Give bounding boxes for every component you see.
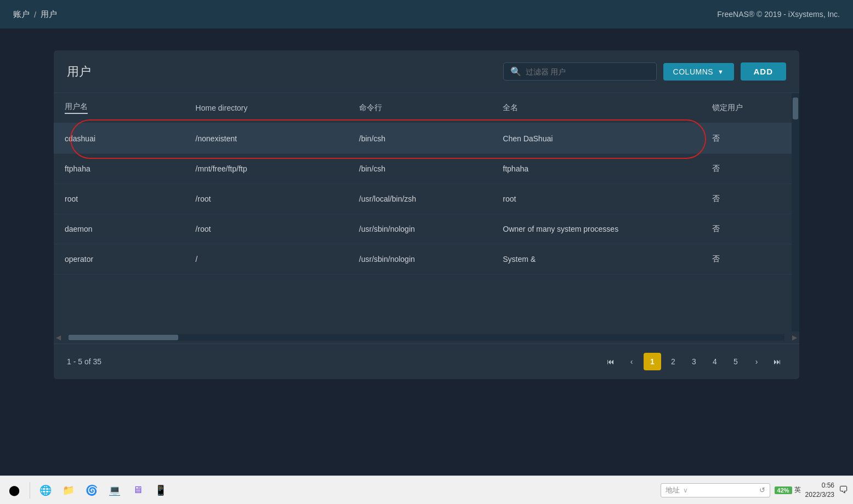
taskbar-clock: 0:56 2022/3/23 xyxy=(805,481,834,500)
col-header-locked: 锁定用户 xyxy=(701,93,799,123)
breadcrumb-part1: 账户 xyxy=(13,9,30,20)
breadcrumb-part2: 用户 xyxy=(41,9,57,20)
col-header-shell: 命令行 xyxy=(348,93,492,123)
cell-username: cdashuai xyxy=(54,123,185,154)
address-bar[interactable]: 地址 ∨ ↺ xyxy=(661,483,770,497)
cell-username: root xyxy=(54,184,185,214)
cell-fullname: root xyxy=(492,184,701,214)
header-controls: 🔍 COLUMNS ▼ ADD xyxy=(503,62,786,81)
page-last-button[interactable]: ⏭ xyxy=(769,353,786,370)
cell-homedir: /root xyxy=(185,184,348,214)
page-first-button[interactable]: ⏮ xyxy=(602,353,619,370)
taskbar-right: 地址 ∨ ↺ 42% 英 0:56 2022/3/23 🗨 xyxy=(661,481,849,500)
search-input[interactable] xyxy=(526,67,650,76)
taskbar-icon-edge[interactable]: 🌐 xyxy=(36,480,55,500)
add-button[interactable]: ADD xyxy=(741,62,787,81)
card-title: 用户 xyxy=(67,64,91,80)
table-header: 用户名 Home directory 命令行 全名 锁定用户 xyxy=(54,93,799,123)
table-row[interactable]: cdashuai/nonexistent/bin/cshChen DaShuai… xyxy=(54,123,799,154)
page-prev-button[interactable]: ‹ xyxy=(623,353,640,370)
breadcrumb: 账户 / 用户 xyxy=(13,9,57,20)
refresh-icon[interactable]: ↺ xyxy=(759,486,765,494)
cell-shell: /bin/csh xyxy=(348,154,492,184)
page-3-button[interactable]: 3 xyxy=(685,353,703,370)
cell-fullname: Owner of many system processes xyxy=(492,214,701,244)
cell-username: ftphaha xyxy=(54,154,185,184)
clock-date: 2022/3/23 xyxy=(805,490,834,500)
cell-username: daemon xyxy=(54,214,185,244)
cell-fullname: Chen DaShuai xyxy=(492,123,701,154)
pagination: 1 - 5 of 35 ⏮ ‹ 1 2 3 4 5 › ⏭ xyxy=(54,343,799,379)
start-orb[interactable]: ⬤ xyxy=(4,480,24,500)
page-5-button[interactable]: 5 xyxy=(727,353,744,370)
battery-area: 42% 英 xyxy=(775,485,801,495)
cell-homedir: / xyxy=(185,244,348,274)
taskbar-sep-1 xyxy=(30,482,30,499)
cell-locked: 否 xyxy=(701,154,799,184)
table-row[interactable]: operator//usr/sbin/nologinSystem &否 xyxy=(54,244,799,274)
vertical-scroll-thumb[interactable] xyxy=(793,98,798,119)
col-header-homedir: Home directory xyxy=(185,93,348,123)
col-header-username: 用户名 xyxy=(54,93,185,123)
taskbar-icon-tablet[interactable]: 📱 xyxy=(151,480,170,500)
cell-homedir: /mnt/free/ftp/ftp xyxy=(185,154,348,184)
search-icon: 🔍 xyxy=(510,66,521,77)
cell-homedir: /root xyxy=(185,214,348,244)
taskbar-icon-ide[interactable]: 🖥 xyxy=(128,480,147,500)
cell-locked: 否 xyxy=(701,214,799,244)
main-content: 用户 🔍 COLUMNS ▼ ADD 用户名 xyxy=(0,28,853,476)
table-row[interactable]: root/root/usr/local/bin/zshroot否 xyxy=(54,184,799,214)
search-box[interactable]: 🔍 xyxy=(503,62,657,81)
cell-locked: 否 xyxy=(701,184,799,214)
taskbar-icon-remote[interactable]: 💻 xyxy=(105,480,124,500)
address-label: 地址 xyxy=(666,485,680,495)
page-next-button[interactable]: › xyxy=(748,353,765,370)
app-title: FreeNAS® © 2019 - iXsystems, Inc. xyxy=(717,10,840,19)
cell-shell: /bin/csh xyxy=(348,123,492,154)
cell-locked: 否 xyxy=(701,123,799,154)
table-row[interactable]: ftphaha/mnt/free/ftp/ftp/bin/cshftphaha否 xyxy=(54,154,799,184)
pagination-controls: ⏮ ‹ 1 2 3 4 5 › ⏭ xyxy=(602,353,786,370)
taskbar-icon-explorer[interactable]: 📁 xyxy=(59,480,78,500)
cell-shell: /usr/sbin/nologin xyxy=(348,214,492,244)
clock-time: 0:56 xyxy=(805,481,834,490)
users-table: 用户名 Home directory 命令行 全名 锁定用户 cdashuai/… xyxy=(54,93,799,274)
card-header: 用户 🔍 COLUMNS ▼ ADD xyxy=(54,50,799,93)
cell-locked: 否 xyxy=(701,244,799,274)
taskbar-icon-pinwheel[interactable]: 🌀 xyxy=(82,480,101,500)
cell-shell: /usr/sbin/nologin xyxy=(348,244,492,274)
address-chevron[interactable]: ∨ xyxy=(683,486,688,494)
page-1-button[interactable]: 1 xyxy=(644,353,661,370)
table-body: cdashuai/nonexistent/bin/cshChen DaShuai… xyxy=(54,123,799,274)
page-2-button[interactable]: 2 xyxy=(664,353,682,370)
cell-shell: /usr/local/bin/zsh xyxy=(348,184,492,214)
table-container: 用户名 Home directory 命令行 全名 锁定用户 cdashuai/… xyxy=(54,93,799,331)
columns-button[interactable]: COLUMNS ▼ xyxy=(663,63,734,81)
table-row[interactable]: daemon/root/usr/sbin/nologinOwner of man… xyxy=(54,214,799,244)
pagination-info: 1 - 5 of 35 xyxy=(67,357,101,366)
cell-fullname: System & xyxy=(492,244,701,274)
cell-fullname: ftphaha xyxy=(492,154,701,184)
taskbar: ⬤ 🌐 📁 🌀 💻 🖥 📱 地址 ∨ ↺ 42% 英 0:56 2022/3/2… xyxy=(0,476,853,504)
notification-icon[interactable]: 🗨 xyxy=(839,484,849,496)
vertical-scrollbar[interactable] xyxy=(792,93,799,331)
chevron-down-icon: ▼ xyxy=(718,68,724,75)
columns-label: COLUMNS xyxy=(673,67,714,76)
horizontal-scrollbar-area: ◀ ▶ xyxy=(54,331,799,343)
lang-indicator: 英 xyxy=(794,485,801,495)
breadcrumb-separator: / xyxy=(34,10,36,19)
horizontal-scrollbar[interactable] xyxy=(69,334,784,341)
cell-username: operator xyxy=(54,244,185,274)
horizontal-scroll-thumb[interactable] xyxy=(69,335,178,340)
col-header-fullname: 全名 xyxy=(492,93,701,123)
users-card: 用户 🔍 COLUMNS ▼ ADD 用户名 xyxy=(54,50,799,379)
top-bar: 账户 / 用户 FreeNAS® © 2019 - iXsystems, Inc… xyxy=(0,0,853,28)
battery-icon: 42% xyxy=(775,486,792,494)
cell-homedir: /nonexistent xyxy=(185,123,348,154)
page-4-button[interactable]: 4 xyxy=(706,353,724,370)
